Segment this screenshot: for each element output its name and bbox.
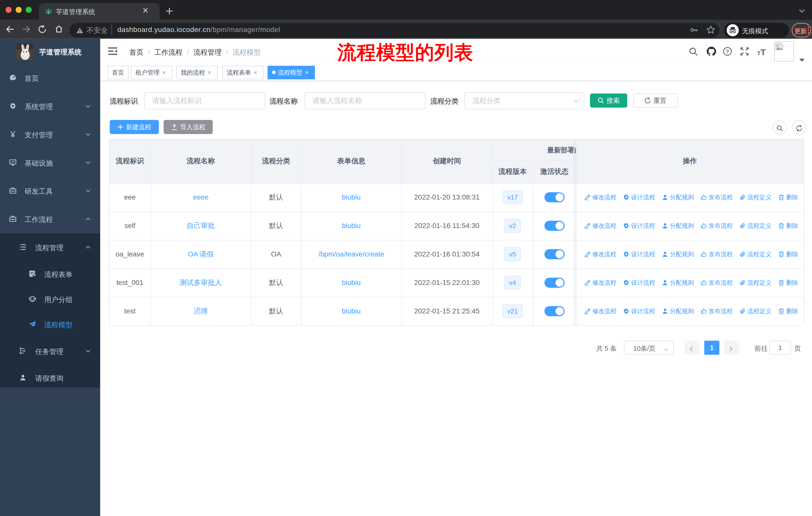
svg-text:?: ? bbox=[726, 49, 729, 54]
